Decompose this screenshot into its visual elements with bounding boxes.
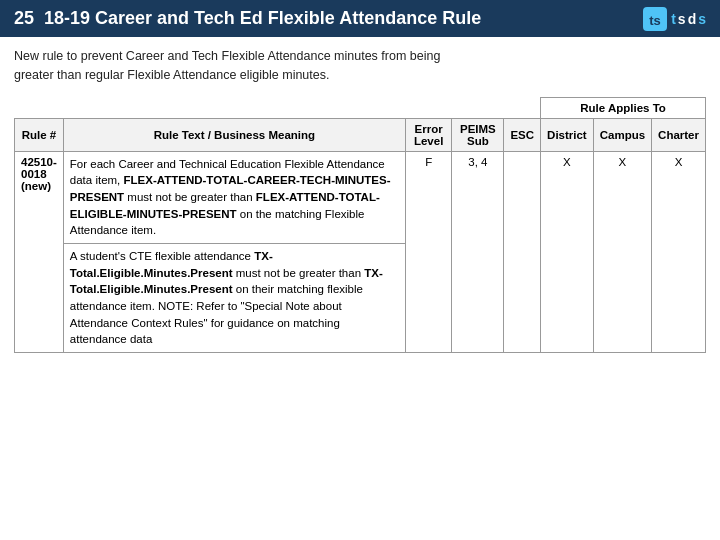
col-rule-num: Rule # [15, 118, 64, 151]
col-peims-sub: PEIMS Sub [452, 118, 504, 151]
rule-text-1: For each Career and Technical Education … [63, 151, 405, 243]
campus-cell: X [593, 151, 651, 352]
header-number: 25 [14, 8, 34, 29]
col-error-level: Error Level [405, 118, 451, 151]
error-level-cell: F [405, 151, 451, 352]
table-container: Rule Applies To Rule # Rule Text / Busin… [0, 97, 720, 367]
rule-text-2: A student's CTE flexible attendance TX-T… [63, 243, 405, 352]
logo: ts tsds [641, 5, 706, 33]
col-campus: Campus [593, 118, 651, 151]
header: 25 18-19 Career and Tech Ed Flexible Att… [0, 0, 720, 37]
col-rule-text: Rule Text / Business Meaning [63, 118, 405, 151]
header-title: 18-19 Career and Tech Ed Flexible Attend… [44, 8, 481, 29]
col-district: District [541, 118, 594, 151]
esc-cell [504, 151, 541, 352]
charter-cell: X [652, 151, 706, 352]
col-esc: ESC [504, 118, 541, 151]
table-row: 42510- 0018 (new) For each Career and Te… [15, 151, 706, 243]
district-cell: X [541, 151, 594, 352]
description: New rule to prevent Career and Tech Flex… [0, 37, 720, 97]
peims-sub-cell: 3, 4 [452, 151, 504, 352]
rule-applies-to-header: Rule Applies To [541, 97, 706, 118]
rule-number-cell: 42510- 0018 (new) [15, 151, 64, 352]
svg-text:ts: ts [649, 13, 661, 28]
col-charter: Charter [652, 118, 706, 151]
